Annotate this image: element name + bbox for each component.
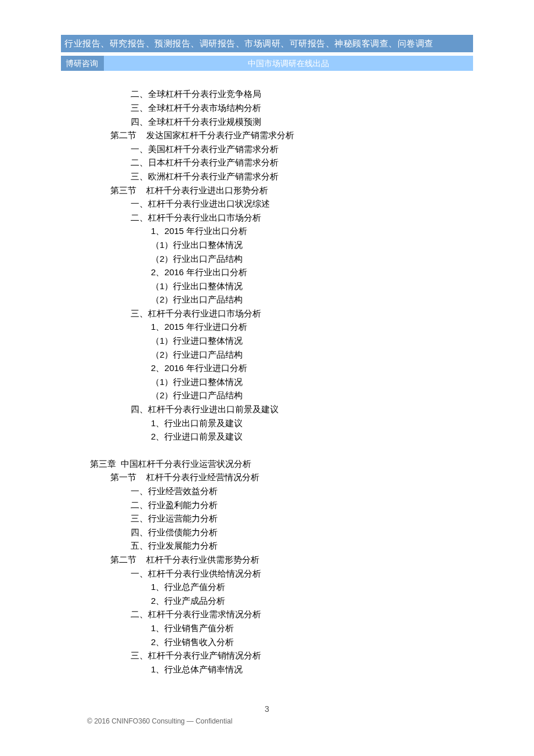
toc-line: 三、欧洲杠杆千分表行业产销需求分析: [61, 170, 473, 183]
toc-line: 2、行业产成品分析: [61, 594, 473, 608]
toc-line: （1）行业出口整体情况: [61, 279, 473, 293]
toc: 二、全球杠杆千分表行业竞争格局三、全球杠杆千分表市场结构分析四、全球杠杆千分表行…: [61, 87, 473, 676]
toc-line: 二、杠杆千分表行业需求情况分析: [61, 607, 473, 621]
toc-line: 2、2016 年行业出口分析: [61, 265, 473, 279]
toc-line: 三、杠杆千分表行业产销情况分析: [61, 649, 473, 663]
toc-line: 2、行业进口前景及建议: [61, 430, 473, 444]
toc-line: 四、全球杠杆千分表行业规模预测: [61, 115, 473, 129]
header-sub-banner: 博研咨询 中国市场调研在线出品: [61, 56, 473, 71]
toc-line: （1）行业出口整体情况: [61, 238, 473, 252]
toc-line: 1、行业出口前景及建议: [61, 416, 473, 430]
toc-line: 一、杠杆千分表行业进出口状况综述: [61, 197, 473, 211]
header-top-banner: 行业报告、研究报告、预测报告、调研报告、市场调研、可研报告、神秘顾客调查、问卷调…: [61, 35, 473, 52]
toc-line: 三、行业运营能力分析: [61, 512, 473, 525]
toc-line: （1）行业进口整体情况: [61, 334, 473, 348]
footer-copyright: © 2016 CNINFO360 Consulting — Confidenti…: [87, 716, 232, 727]
toc-line: 二、行业盈利能力分析: [61, 498, 473, 512]
toc-line: 一、美国杠杆千分表行业产销需求分析: [61, 142, 473, 156]
header-sub-right: 中国市场调研在线出品: [104, 56, 473, 71]
toc-line: 五、行业发展能力分析: [61, 539, 473, 553]
toc-line: 第二节 杠杆千分表行业供需形势分析: [61, 553, 473, 567]
toc-line: 1、行业总产值分析: [61, 580, 473, 594]
page-number: 3: [0, 703, 534, 715]
toc-line: 1、行业总体产销率情况: [61, 663, 473, 676]
toc-line: 三、全球杠杆千分表市场结构分析: [61, 101, 473, 115]
toc-line: （2）行业出口产品结构: [61, 293, 473, 307]
toc-line: 一、杠杆千分表行业供给情况分析: [61, 567, 473, 581]
toc-line: 2、2016 年行业进口分析: [61, 361, 473, 375]
toc-line: 二、杠杆千分表行业出口市场分析: [61, 211, 473, 225]
toc-line: 第三章 中国杠杆千分表行业运营状况分析: [61, 457, 473, 471]
toc-line: 四、杠杆千分表行业进出口前景及建议: [61, 402, 473, 416]
toc-line: （2）行业出口产品结构: [61, 252, 473, 266]
toc-line: 第二节 发达国家杠杆千分表行业产销需求分析: [61, 128, 473, 142]
toc-line: 第三节 杠杆千分表行业进出口形势分析: [61, 183, 473, 197]
toc-line: 一、行业经营效益分析: [61, 484, 473, 498]
toc-line: 1、2015 年行业进口分析: [61, 320, 473, 334]
toc-line: 三、杠杆千分表行业进口市场分析: [61, 307, 473, 321]
toc-line: 1、2015 年行业出口分析: [61, 224, 473, 238]
toc-line: 二、日本杠杆千分表行业产销需求分析: [61, 156, 473, 170]
toc-line: （1）行业进口整体情况: [61, 375, 473, 389]
toc-line: （2）行业进口产品结构: [61, 388, 473, 402]
toc-line: 1、行业销售产值分析: [61, 621, 473, 635]
toc-line: 第一节 杠杆千分表行业经营情况分析: [61, 470, 473, 484]
toc-line: （2）行业进口产品结构: [61, 348, 473, 362]
header-sub-left: 博研咨询: [61, 56, 104, 71]
toc-line: 2、行业销售收入分析: [61, 635, 473, 649]
toc-line: 四、行业偿债能力分析: [61, 525, 473, 539]
toc-line: 二、全球杠杆千分表行业竞争格局: [61, 87, 473, 101]
